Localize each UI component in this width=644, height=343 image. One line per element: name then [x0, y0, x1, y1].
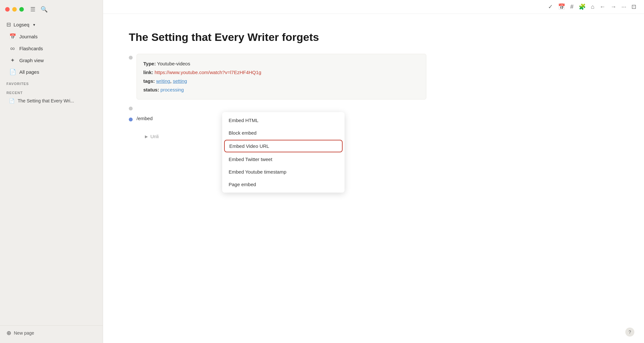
unlisted-block: ▶ Unli: [145, 134, 159, 139]
logseq-label: Logseq: [14, 22, 29, 27]
new-page-button[interactable]: ⊕ New page: [6, 329, 96, 337]
status-label: status:: [143, 87, 159, 92]
tags-label: tags:: [143, 78, 155, 84]
tag-setting[interactable]: setting: [173, 78, 187, 84]
tag-icon[interactable]: #: [570, 4, 573, 10]
dropdown-item-embed-html[interactable]: Embed HTML: [222, 114, 345, 127]
block-bullet-blue: [129, 118, 133, 121]
unlisted-label: Unli: [150, 134, 159, 139]
journals-icon: 📅: [9, 33, 16, 40]
dropdown-item-embed-youtube-ts[interactable]: Embed Youtube timestamp: [222, 166, 345, 178]
embed-video-url-label: Embed Video URL: [229, 143, 269, 149]
logseq-icon: ⊟: [6, 21, 11, 28]
back-icon[interactable]: ←: [600, 4, 605, 10]
content-area: The Setting that Every Writer forgets Ty…: [103, 14, 644, 343]
todo-icon[interactable]: ✓: [548, 3, 553, 10]
sidebar-recent-item[interactable]: 📄 The Setting that Every Wri...: [3, 96, 100, 105]
favorites-section-label: FAVORITES: [0, 78, 103, 87]
sidebar-footer: ⊕ New page: [0, 325, 103, 343]
dropdown-item-embed-video-url[interactable]: Embed Video URL: [224, 140, 343, 152]
page-embed-label: Page embed: [229, 182, 256, 187]
sidebar-item-label: Journals: [19, 34, 38, 39]
sidebar-item-graph-view[interactable]: ✦ Graph view: [3, 55, 100, 66]
plus-icon: ⊕: [6, 329, 11, 337]
close-button[interactable]: [5, 7, 10, 12]
forward-icon[interactable]: →: [611, 4, 616, 10]
dropdown-item-embed-twitter[interactable]: Embed Twitter tweet: [222, 153, 345, 166]
page-icon: 📄: [9, 98, 14, 103]
new-page-label: New page: [14, 330, 34, 336]
prop-tags-row: tags: writing, setting: [143, 77, 420, 85]
embed-command[interactable]: /embed: [137, 114, 153, 122]
maximize-button[interactable]: [19, 7, 24, 12]
tag-writing[interactable]: writing: [156, 78, 170, 84]
recent-section-label: RECENT: [0, 87, 103, 96]
unlisted-block-item: ▶ Unli: [145, 131, 618, 139]
titlebar: ☰ 🔍: [0, 3, 103, 18]
prop-link-row: link: https://www.youtube.com/watch?v=l7…: [143, 68, 420, 77]
sidebar-item-label: All pages: [19, 69, 39, 75]
block-bullet: [129, 56, 133, 60]
traffic-lights: [5, 7, 24, 12]
properties-block: Type: Youtube-videos link: https://www.y…: [137, 54, 426, 100]
help-label: ?: [629, 329, 631, 335]
sidebar-nav: ⊟ Logseq ▾ 📅 Journals ∞ Flashcards ✦ Gra…: [0, 18, 103, 325]
sidebar-item-flashcards[interactable]: ∞ Flashcards: [3, 43, 100, 54]
embed-block-item: /embed: [129, 116, 618, 121]
sidebar-logseq-item[interactable]: ⊟ Logseq ▾: [0, 19, 103, 31]
more-icon[interactable]: ···: [621, 4, 626, 10]
link-label: link:: [143, 70, 153, 75]
block-embed-label: Block embed: [229, 130, 257, 136]
minimize-button[interactable]: [12, 7, 17, 12]
recent-item-label: The Setting that Every Wri...: [18, 98, 74, 103]
titlebar-icons: ☰ 🔍: [30, 6, 48, 13]
sidebar-item-journals[interactable]: 📅 Journals: [3, 31, 100, 42]
sidebar-item-label: Graph view: [19, 58, 44, 63]
chevron-down-icon: ▾: [33, 23, 35, 27]
embed-block-content: /embed: [137, 116, 618, 121]
dropdown-item-page-embed[interactable]: Page embed: [222, 178, 345, 191]
topbar-icons: ✓ 📅 # 🧩 ⌂ ← → ··· ⊡: [548, 3, 636, 10]
type-value: Youtube-videos: [157, 61, 190, 66]
sidebar-item-all-pages[interactable]: 📄 All pages: [3, 66, 100, 78]
status-value: processing: [160, 87, 184, 92]
sidebar: ☰ 🔍 ⊟ Logseq ▾ 📅 Journals ∞ Flashcards ✦…: [0, 0, 103, 343]
block-content: Type: Youtube-videos link: https://www.y…: [137, 54, 618, 100]
tag-separator: ,: [170, 78, 173, 84]
search-icon[interactable]: 🔍: [41, 6, 48, 13]
type-label: Type:: [143, 61, 156, 66]
sidebar-toggle-icon[interactable]: ⊡: [631, 3, 636, 10]
menu-icon[interactable]: ☰: [30, 6, 35, 13]
page-title: The Setting that Every Writer forgets: [129, 30, 618, 44]
puzzle-icon[interactable]: 🧩: [579, 3, 586, 10]
dropdown-item-block-embed[interactable]: Block embed: [222, 127, 345, 139]
graph-icon: ✦: [9, 57, 16, 64]
help-button[interactable]: ?: [625, 328, 634, 337]
embed-youtube-ts-label: Embed Youtube timestamp: [229, 169, 286, 175]
sidebar-item-label: Flashcards: [19, 46, 43, 51]
main-content: ✓ 📅 # 🧩 ⌂ ← → ··· ⊡ The Setting that Eve…: [103, 0, 644, 343]
chevron-right-icon: ▶: [145, 134, 148, 139]
embed-twitter-label: Embed Twitter tweet: [229, 157, 272, 162]
embed-dropdown: Embed HTML Block embed Embed Video URL E…: [222, 112, 345, 193]
prop-status-row: status: processing: [143, 85, 420, 94]
pages-icon: 📄: [9, 69, 16, 75]
empty-block-item: [129, 105, 618, 110]
embed-html-label: Embed HTML: [229, 118, 259, 123]
home-icon[interactable]: ⌂: [591, 4, 594, 10]
flashcards-icon: ∞: [9, 45, 16, 52]
block-bullet-2: [129, 107, 133, 110]
topbar: ✓ 📅 # 🧩 ⌂ ← → ··· ⊡: [103, 0, 644, 14]
prop-type-row: Type: Youtube-videos: [143, 59, 420, 68]
calendar-icon[interactable]: 📅: [558, 3, 565, 10]
link-url[interactable]: https://www.youtube.com/watch?v=l7EzHF4H…: [155, 70, 261, 75]
properties-block-item: Type: Youtube-videos link: https://www.y…: [129, 54, 618, 100]
